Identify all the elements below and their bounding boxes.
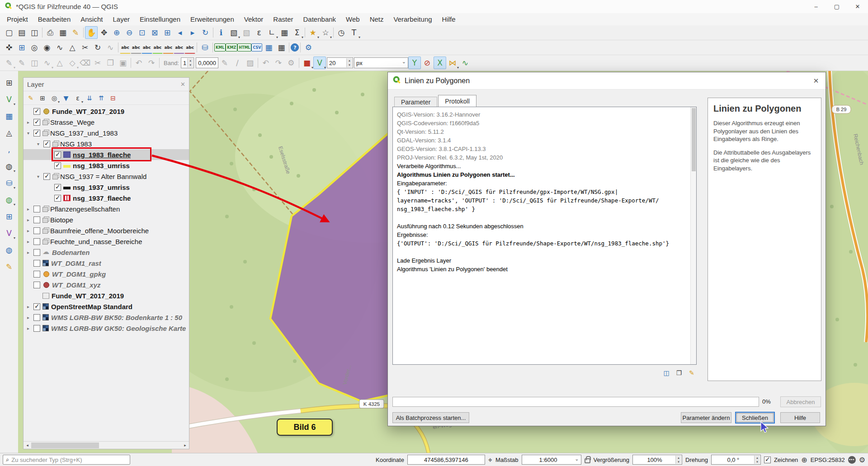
add-wfs-layer-icon[interactable]: ◍ [3, 244, 15, 256]
move-label-icon[interactable]: ✜ [3, 41, 15, 54]
zoom-full-icon[interactable]: ⊡ [136, 26, 148, 39]
layer-item[interactable]: ▸ WMS LGRB-BW BK50: Bodenkarte 1 : 50 [24, 312, 189, 323]
copy-log-icon[interactable]: ❐ [674, 368, 684, 378]
stroke-width-spinner[interactable]: 20▲▼ [327, 57, 353, 68]
layers-panel-close-icon[interactable]: ✕ [180, 81, 185, 88]
scroll-thumb[interactable] [31, 442, 99, 448]
coordinate-input[interactable]: 474586,5397146 [407, 455, 485, 465]
text-annotation-icon[interactable]: T [348, 26, 360, 39]
layer-item[interactable]: ▸ Baumfreie_offene_Moorbereiche [24, 225, 189, 236]
refresh-map-icon[interactable]: ↻ [199, 26, 212, 39]
add-postgis-layer-icon[interactable]: ⛁ [3, 177, 15, 189]
remove-layer-icon[interactable]: ⊟ [108, 93, 118, 104]
scroll-left-icon[interactable]: ◂ [24, 443, 31, 447]
processing-toolbox-icon[interactable]: ⚙ [302, 41, 315, 54]
new-print-layout-icon[interactable]: ⎙ [44, 26, 57, 39]
georeferencer-icon[interactable]: ⊞ [15, 41, 28, 54]
rotation-spinner[interactable]: 0,0 °▲▼ [711, 455, 761, 465]
maximize-button[interactable]: ▢ [826, 0, 847, 13]
expander-icon[interactable]: ▸ [25, 304, 31, 309]
layer-visibility-checkbox[interactable] [33, 227, 40, 234]
open-data-source-manager-icon[interactable]: ⊞ [3, 76, 15, 89]
cut-features-icon[interactable]: ✂ [91, 56, 104, 69]
layer-item[interactable]: ▸ Biotope [24, 214, 189, 225]
measure-icon[interactable]: ∟ [265, 26, 278, 39]
filter-legend-icon[interactable]: ▼ [61, 93, 71, 104]
export-kmz-icon[interactable]: KMZ [226, 43, 237, 52]
offset-curve-icon[interactable]: ∿ [53, 41, 66, 54]
grid-icon[interactable]: ▦ [275, 41, 288, 54]
reshape-features-icon[interactable]: △ [66, 41, 79, 54]
expander-icon[interactable]: ▾ [35, 174, 41, 179]
snapping-branch-icon[interactable]: Y [408, 56, 421, 69]
filter-expression-icon[interactable]: ε [72, 93, 83, 104]
save-log-icon[interactable]: ◫ [661, 368, 671, 378]
close-dialog-button[interactable]: Schließen [735, 412, 775, 424]
export-html-icon[interactable]: HTML [237, 43, 251, 52]
lock-scale-icon[interactable] [585, 458, 590, 463]
snap-intersection-icon[interactable]: X [434, 56, 446, 69]
layer-visibility-checkbox[interactable] [54, 195, 61, 202]
layers-panel-hscrollbar[interactable]: ◂ ▸ [24, 441, 189, 449]
layer-item[interactable]: nsg_1983_flaeche [24, 149, 189, 160]
expander-icon[interactable]: ▸ [25, 228, 31, 233]
menu-item[interactable]: Web [341, 13, 365, 25]
rotate-feature-icon[interactable]: ↻ [91, 41, 104, 54]
layer-item[interactable]: ▸ OpenStreetMap Standard [24, 301, 189, 312]
paint-bucket-icon[interactable]: ■ [301, 56, 313, 69]
new-bookmark-icon[interactable]: ★ [307, 26, 319, 39]
split-features-icon[interactable]: ✂ [79, 41, 91, 54]
layer-visibility-checkbox[interactable] [33, 303, 40, 310]
layer-visibility-checkbox[interactable] [43, 141, 50, 147]
open-layer-styling-icon[interactable]: ✎ [25, 93, 36, 104]
clear-log-icon[interactable]: ✎ [687, 368, 697, 378]
open-project-icon[interactable]: ▤ [15, 26, 28, 39]
attribute-table-icon[interactable]: ▦ [278, 26, 291, 39]
style-manager-icon[interactable]: ✎ [69, 26, 82, 39]
move-label-tool-icon[interactable]: abc [163, 41, 174, 54]
raster-calculator-icon[interactable]: ▦ [262, 41, 275, 54]
layer-item[interactable]: ▸ Strasse_Wege [24, 117, 189, 127]
zoom-out-icon[interactable]: ⊖ [123, 26, 136, 39]
expander-icon[interactable]: ▸ [25, 326, 31, 331]
menu-item[interactable]: Erweiterungen [185, 13, 239, 25]
tab-protokoll[interactable]: Protokoll [438, 95, 476, 107]
zoom-last-icon[interactable]: ◂ [174, 26, 186, 39]
collapse-all-icon[interactable]: ⇈ [96, 93, 107, 104]
menu-item[interactable]: Verarbeitung [389, 13, 437, 25]
add-raster-layer-icon[interactable]: ▦ [3, 110, 15, 122]
menu-item[interactable]: Raster [268, 13, 298, 25]
layer-visibility-checkbox[interactable] [33, 249, 40, 256]
pan-to-selection-icon[interactable]: ✥ [98, 26, 110, 39]
delete-selected-icon[interactable]: ⌫ [79, 56, 91, 69]
menu-item[interactable]: Bearbeiten [33, 13, 76, 25]
manage-map-themes-icon[interactable]: ◎ [49, 93, 60, 104]
menu-item[interactable]: Layer [108, 13, 135, 25]
fill-ring-icon[interactable]: ◉ [41, 41, 53, 54]
layer-item[interactable]: ▸ Pflanzengesellschaften [24, 203, 189, 214]
export-kml-icon[interactable]: KML [214, 43, 226, 52]
crs-value[interactable]: EPSG:25832 [811, 457, 845, 463]
undo-icon[interactable]: ↶ [132, 56, 145, 69]
cancel-button[interactable]: Abbrechen [780, 396, 821, 407]
expander-icon[interactable]: ▸ [25, 250, 31, 255]
layer-item[interactable]: Funde_WT_2017_2019 [24, 290, 189, 301]
locator-search-input[interactable]: ⌕ Zu suchender Typ (Strg+K) [3, 455, 130, 465]
deselect-features-icon[interactable]: ▧ [240, 26, 253, 39]
log-output[interactable]: QGIS-Version: 3.16.2-Hannover QGIS-Codev… [392, 107, 697, 365]
expander-icon[interactable]: ▾ [35, 141, 41, 146]
messages-icon[interactable]: ••• [848, 456, 856, 464]
layer-visibility-checkbox[interactable] [33, 325, 40, 332]
render-checkbox[interactable] [764, 457, 771, 463]
vertex-tool-icon[interactable]: ◇ [66, 56, 79, 69]
layer-visibility-checkbox[interactable] [33, 271, 40, 278]
add-polygon-feature-icon[interactable]: △ [53, 56, 66, 69]
raster-undo-icon[interactable]: ↶ [259, 56, 272, 69]
add-ring-icon[interactable]: ◎ [28, 41, 41, 54]
pan-map-icon[interactable]: ✋ [85, 26, 98, 39]
minimize-button[interactable]: – [806, 0, 826, 13]
layout-manager-icon[interactable]: ▦ [57, 26, 69, 39]
style-dock-icon[interactable]: ✎ [3, 260, 15, 273]
menu-item[interactable]: Einstellungen [135, 13, 185, 25]
layer-item[interactable]: nsg_1937_umriss [24, 182, 189, 193]
